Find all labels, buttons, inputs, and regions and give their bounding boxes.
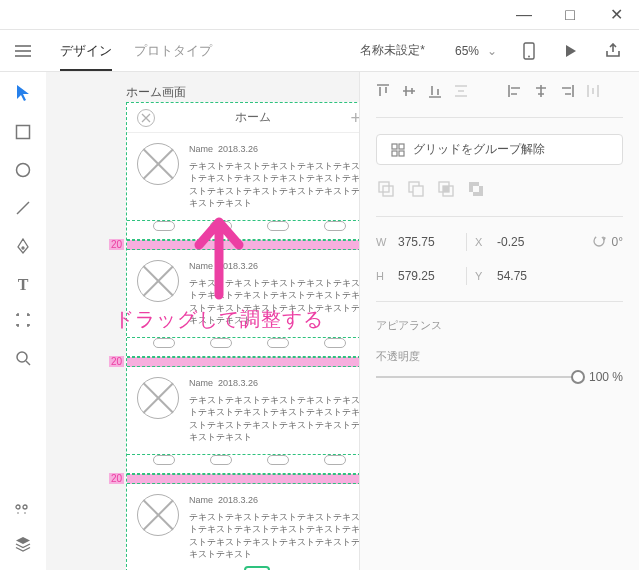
svg-point-7 [17,512,19,514]
artboard[interactable]: ホーム + Name 2018.3.26 テキストテキストテキストテキストテキス… [126,102,359,570]
play-preview-icon[interactable] [563,44,577,58]
avatar-placeholder-icon [137,377,179,419]
height-value[interactable]: 579.25 [398,269,458,283]
align-bottom-icon[interactable] [428,84,442,101]
card-body: Name 2018.3.26 テキストテキストテキストテキストテキストテキストテ… [189,494,359,561]
device-preview-icon[interactable] [523,42,535,60]
share-icon[interactable] [605,43,621,59]
distribute-h-icon[interactable] [586,84,600,101]
avatar-placeholder-icon [137,260,179,302]
card-body: Name 2018.3.26 テキストテキストテキストテキストテキストテキストテ… [189,377,359,444]
x-label: X [475,236,489,248]
svg-rect-14 [383,186,393,196]
appearance-label: アピアランス [376,318,623,333]
avatar-placeholder-icon [137,143,179,185]
window-maximize-button[interactable]: □ [547,0,593,30]
svg-rect-11 [392,151,397,156]
gap-value: 20 [109,239,124,250]
assets-icon[interactable] [15,502,31,520]
document-name[interactable]: 名称未設定* [360,42,439,59]
y-value[interactable]: 54.75 [497,269,557,283]
tool-column: T [0,72,46,570]
opacity-slider[interactable]: 100 % [376,370,623,384]
tab-design[interactable]: デザイン [60,30,112,71]
slider-thumb[interactable] [571,370,585,384]
artboard-tool-icon[interactable] [15,312,31,332]
ungroup-grid-button[interactable]: グリッドをグループ解除 [376,134,623,165]
zoom-tool-icon[interactable] [15,350,31,370]
subtract-icon[interactable] [408,181,424,200]
svg-rect-13 [379,182,389,192]
gap-value: 20 [109,473,124,484]
ellipse-tool-icon[interactable] [15,162,31,182]
align-middle-icon[interactable] [402,84,416,101]
svg-rect-12 [399,151,404,156]
list-item: Name 2018.3.26 テキストテキストテキストテキストテキストテキストテ… [127,133,359,221]
width-label: W [376,236,390,248]
line-tool-icon[interactable] [15,200,31,220]
exclude-icon[interactable] [468,181,484,200]
align-right-icon[interactable] [560,84,574,101]
card-body: Name 2018.3.26 テキストテキストテキストテキストテキストテキストテ… [189,260,359,327]
artboard-label[interactable]: ホーム画面 [126,84,186,101]
svg-rect-19 [443,186,449,192]
close-circle-icon [137,109,155,127]
svg-point-23 [594,236,604,246]
repeat-gap[interactable]: 20 [127,357,359,367]
hamburger-menu-icon[interactable] [0,45,46,57]
plus-icon: + [350,109,359,127]
rotate-icon[interactable] [592,234,606,251]
artboard-title: ホーム [155,109,350,126]
text-tool-icon[interactable]: T [18,276,29,294]
mode-tabs: デザイン プロトタイプ [60,30,212,71]
repeat-grid-handle[interactable] [244,566,270,570]
align-left-icon[interactable] [508,84,522,101]
window-close-button[interactable]: ✕ [593,0,639,30]
opacity-label: 不透明度 [376,349,623,364]
y-label: Y [475,270,489,282]
list-item: Name 2018.3.26 テキストテキストテキストテキストテキストテキストテ… [127,250,359,338]
header-actions [513,42,639,60]
ungroup-grid-label: グリッドをグループ解除 [413,141,545,158]
svg-rect-22 [473,186,479,192]
repeat-gap[interactable]: 20 [127,474,359,484]
tab-prototype[interactable]: プロトタイプ [134,30,212,71]
svg-point-1 [528,55,530,57]
layers-icon[interactable] [15,536,31,556]
transform-wx-row: W 375.75 X -0.25 0° [376,233,623,251]
svg-point-3 [17,164,30,177]
rotation-value[interactable]: 0° [612,235,623,249]
align-center-icon[interactable] [534,84,548,101]
zoom-select[interactable]: 65% ⌄ [439,44,513,58]
artboard-header: ホーム + [127,103,359,133]
zoom-value: 65% [455,44,479,58]
x-value[interactable]: -0.25 [497,235,557,249]
canvas[interactable]: ホーム画面 ホーム + Name 2018.3.26 テキストテキストテキストテ… [46,72,359,570]
align-row [376,84,623,101]
width-value[interactable]: 375.75 [398,235,458,249]
pill-row [127,221,359,240]
select-tool-icon[interactable] [16,84,30,106]
repeat-gap[interactable]: 20 [127,240,359,250]
app-header: デザイン プロトタイプ 名称未設定* 65% ⌄ [0,30,639,72]
gap-value: 20 [109,356,124,367]
window-titlebar: — □ ✕ [0,0,639,30]
svg-point-4 [17,352,27,362]
align-top-icon[interactable] [376,84,390,101]
rectangle-tool-icon[interactable] [15,124,31,144]
svg-point-8 [24,512,26,514]
distribute-v-icon[interactable] [454,84,468,101]
svg-rect-16 [413,186,423,196]
svg-rect-2 [17,126,30,139]
pill-row [127,338,359,357]
intersect-icon[interactable] [438,181,454,200]
svg-rect-10 [399,144,404,149]
grid-icon [391,143,405,157]
boolean-ops [376,181,623,200]
pen-tool-icon[interactable] [15,238,31,258]
svg-rect-9 [392,144,397,149]
avatar-placeholder-icon [137,494,179,536]
union-icon[interactable] [378,181,394,200]
window-minimize-button[interactable]: — [501,0,547,30]
svg-point-6 [23,505,27,509]
